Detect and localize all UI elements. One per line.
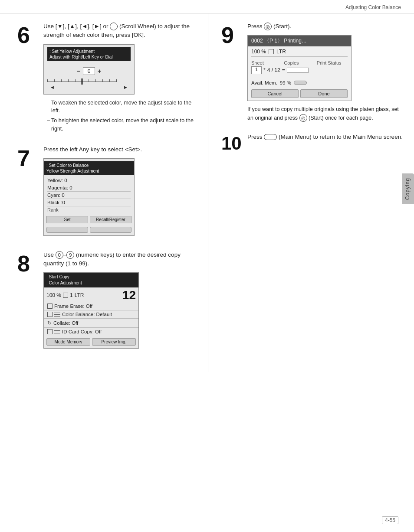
start-icon-inline: ◎ [299,114,307,122]
cancel-btn[interactable]: Cancel [251,89,299,98]
step-9-note: If you want to copy multiple originals u… [247,105,405,122]
zero-key-icon: 0 [56,251,63,259]
step-9-number: 9 [221,22,247,46]
step-7-number: 7 [17,145,43,170]
copy-quantity: 12 [122,289,136,301]
sheet-value: 1 [251,66,262,74]
copy-top-row: 100 % 1 LTR 12 [44,287,138,301]
id-card-row: ID Card Copy: Off [44,328,138,336]
col-sheet: Sheet [251,60,282,65]
col-copies: Copies [284,60,315,65]
collate-row: ↻ Collate: Off [44,319,138,328]
copy-settings-rows: Frame Erase: Off Color Balance: Default … [44,301,138,336]
star-icon: * [263,67,266,73]
slider-plus: + [98,68,101,75]
color-balance-screen: : Set Color to Balance Yellow Strength A… [43,158,135,236]
frame-erase-icon [47,304,53,309]
color-balance-icon [47,312,53,317]
print-divider2 [251,77,348,77]
yellow-header-line2: Adjust with Right/Left Key or Dial [49,54,128,60]
step-8-block: 8 Use 0–9 (numeric keys) to enter the de… [17,251,195,353]
slider-arrows: ◄ ► [47,84,131,90]
balance-header-line2: Yellow Strength Adjustment [46,168,131,174]
page-title: Adjusting Color Balance [345,4,401,10]
copy-header-line1: : Start Copy [46,274,136,280]
arrow-left-icon: ◄ [50,85,55,90]
print-mem-row: Avail. Mem. 99 % [248,79,351,87]
print-cols: Sheet Copies Print Status [248,59,351,65]
main-content: 6 Use [▼], [▲], [◄], [►] or (Scroll Whee… [0,13,414,372]
page-number: 4-55 [382,516,398,524]
done-btn[interactable]: Done [300,89,348,98]
bullet-2: To heighten the selected color, move the… [47,117,195,133]
step-10-number: 10 [221,133,247,153]
slider-area: − 0 + [47,64,131,77]
collate-label: Collate: Off [53,320,78,326]
balance-icon-buttons [44,225,134,233]
mode-memory-btn[interactable]: Mode Memory [46,338,90,346]
id-card-label: ID Card Copy: Off [62,329,102,334]
color-balance-label: Color Balance: Default [62,312,112,317]
yellow-adjustment-screen: : Set Yellow Adjustment Adjust with Righ… [43,44,135,95]
print-cassette-icon [269,49,274,54]
col-print-status: Print Status [317,60,348,65]
copying-tab: Copying [402,173,414,204]
collate-icon: ↻ [47,320,52,326]
balance-yellow: Yellow: 0 [47,177,131,184]
step-10-content: Press (Main Menu) to return to the Main … [247,133,405,146]
step-9-text: Press ◎ (Start). [247,22,405,31]
slider-thumb [82,78,83,85]
arrow-right-icon: ► [123,85,128,90]
copy-screen-header: : Start Copy : Color Adjustment [44,273,138,287]
start-copy-screen: : Start Copy : Color Adjustment 100 % 1 … [43,272,139,349]
start-icon: ◎ [264,23,272,30]
copy-header-line2: : Color Adjustment [46,280,136,286]
equals-sign: = [282,67,285,73]
print-size: LTR [276,49,286,55]
step-6-bullets: To weaken the selected color, move the a… [43,99,195,133]
mem-label: Avail. Mem. [251,80,277,85]
copy-buttons: Mode Memory Preview Img. [44,336,138,348]
color-balance-icon2 [54,312,60,317]
color-balance-row: Color Balance: Default [44,310,138,319]
slider-value: 0 [83,67,95,75]
print-buttons: Cancel Done [248,87,351,101]
step-9-block: 9 Press ◎ (Start). 0002 〈P 1〉 Printing… … [221,22,405,122]
balance-recall-btn[interactable]: Recall/Register [90,216,131,223]
mem-pct: 99 % [280,80,291,85]
print-zoom: 100 % [251,49,266,55]
copy-zoom: 100 % [46,292,61,298]
step-8-content: Use 0–9 (numeric keys) to enter the desi… [43,251,195,353]
right-column: 9 Press ◎ (Start). 0002 〈P 1〉 Printing… … [208,13,414,372]
slider-track [47,79,117,84]
print-status-bar [287,68,309,73]
balance-rank: Rank [47,206,131,214]
copy-size: LTR [75,292,84,298]
mem-bar [294,81,307,85]
step-6-content: Use [▼], [▲], [◄], [►] or (Scroll Wheel)… [43,22,195,135]
balance-cyan: Cyan: 0 [47,192,131,199]
balance-buttons: Set Recall/Register [44,216,134,225]
step-6-block: 6 Use [▼], [▲], [◄], [►] or (Scroll Whee… [17,22,195,135]
step-6-number: 6 [17,22,43,46]
left-column: 6 Use [▼], [▲], [◄], [►] or (Scroll Whee… [0,13,208,372]
step-8-text: Use 0–9 (numeric keys) to enter the desi… [43,251,195,268]
copy-cassette: 1 [70,292,73,298]
printing-row1: 100 % LTR [248,46,351,55]
preview-img-btn[interactable]: Preview Img. [92,338,136,346]
step-9-content: Press ◎ (Start). 0002 〈P 1〉 Printing… 10… [247,22,405,122]
page-header: Adjusting Color Balance [0,0,414,13]
balance-left-key-icon [46,227,88,233]
scroll-wheel-icon [110,23,118,30]
step-8-number: 8 [17,251,43,275]
yellow-header-line1: : Set Yellow Adjustment [49,49,128,54]
balance-right-key-icon [90,227,131,233]
slider-track-wrap [47,77,117,84]
step-7-content: Press the left Any key to select <Set>. … [43,145,195,240]
balance-set-btn[interactable]: Set [46,216,88,223]
bullet-1: To weaken the selected color, move the a… [47,99,195,115]
balance-rows: Yellow: 0 Magenta: 0 Cyan: 0 Black :0 Ra… [44,175,134,216]
printing-screen: 0002 〈P 1〉 Printing… 100 % LTR Sheet Cop… [247,35,352,101]
balance-screen-header: : Set Color to Balance Yellow Strength A… [44,161,134,175]
cassette-icon [63,293,68,298]
